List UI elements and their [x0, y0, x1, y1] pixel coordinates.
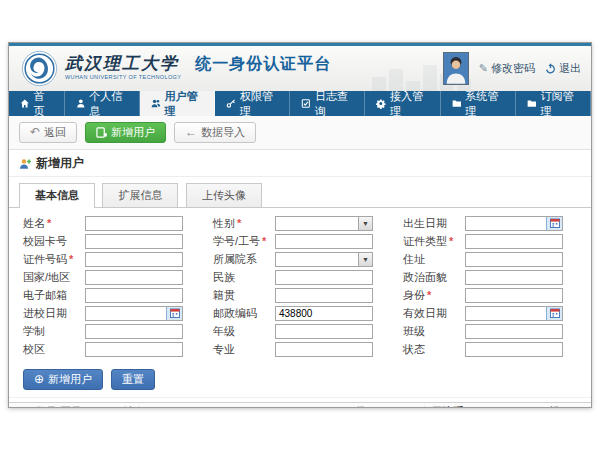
- gender-dropdown-button[interactable]: ▼: [358, 217, 372, 230]
- reset-button-label: 重置: [122, 373, 144, 386]
- users-icon: [151, 98, 161, 109]
- column-department: 所属院系: [420, 405, 549, 407]
- nav-tab-log-query[interactable]: 日志查询: [290, 91, 365, 116]
- form-field-gender: 性别*▼: [213, 215, 387, 231]
- email-input[interactable]: [86, 289, 182, 302]
- field-label-campus-card-no: 校园卡号: [23, 234, 85, 249]
- data-import-button[interactable]: ← 数据导入: [174, 122, 256, 143]
- field-label-name: 姓名*: [23, 216, 85, 231]
- major-input[interactable]: [276, 343, 372, 356]
- id-number-field-box: [85, 252, 183, 267]
- form-field-address: 住址: [403, 251, 577, 267]
- tab-extended-info[interactable]: 扩展信息: [102, 183, 178, 207]
- home-icon: [20, 98, 30, 109]
- gender-field-box: ▼: [275, 216, 373, 231]
- university-name: 武汉理工大学: [65, 53, 181, 73]
- field-label-native-place: 籍贯: [213, 288, 275, 303]
- form-field-id-type: 证件类型*: [403, 233, 577, 249]
- form-actions: ⊕ 新增用户 重置: [9, 363, 591, 398]
- department-field-box: ▼: [275, 252, 373, 267]
- gender-input[interactable]: [276, 217, 358, 230]
- column-identity: 身份: [344, 405, 420, 407]
- entry-date-field-box: [85, 306, 183, 321]
- toolbar: ↶ 返回 新增用户 ← 数据导入: [9, 116, 591, 150]
- field-label-student-id: 学号/工号*: [213, 234, 275, 249]
- native-place-input[interactable]: [276, 289, 372, 302]
- country-region-input[interactable]: [86, 271, 182, 284]
- submit-add-user-button[interactable]: ⊕ 新增用户: [23, 369, 103, 390]
- field-label-address: 住址: [403, 252, 465, 267]
- nav-tab-user-management[interactable]: 用户管理: [140, 91, 215, 116]
- country-region-field-box: [85, 270, 183, 285]
- nav-tab-access-management[interactable]: 接入管理: [365, 91, 440, 116]
- nav-tab-label: 首页: [34, 89, 53, 119]
- form-field-political-status: 政治面貌: [403, 269, 577, 285]
- field-label-gender: 性别*: [213, 216, 275, 231]
- political-status-input[interactable]: [466, 271, 562, 284]
- field-label-id-number: 证件号码*: [23, 252, 85, 267]
- form-field-postal-code: 邮政编码: [213, 305, 387, 321]
- birth-date-field-box: [465, 216, 563, 231]
- birth-date-calendar-button[interactable]: [546, 217, 562, 230]
- entry-date-input[interactable]: [86, 307, 166, 320]
- nav-tab-permission-management[interactable]: 权限管理: [215, 91, 290, 116]
- address-input[interactable]: [466, 253, 562, 266]
- id-type-input[interactable]: [466, 235, 562, 248]
- field-label-study-length: 学制: [23, 324, 85, 339]
- address-field-box: [465, 252, 563, 267]
- postal-code-input[interactable]: [276, 307, 372, 320]
- calendar-icon: [550, 308, 560, 318]
- tab-basic-info[interactable]: 基本信息: [19, 183, 95, 208]
- user-avatar[interactable]: [443, 52, 469, 85]
- id-number-input[interactable]: [86, 253, 182, 266]
- logout-link[interactable]: 退出: [545, 61, 581, 76]
- column-name: 姓名: [123, 405, 208, 407]
- department-input[interactable]: [276, 253, 358, 266]
- identity-input[interactable]: [466, 289, 562, 302]
- nav-tab-personal-info[interactable]: 个人信息: [65, 91, 140, 116]
- logout-label: 退出: [559, 61, 581, 76]
- nav-tab-label: 日志查询: [315, 89, 354, 119]
- nav-tab-system-management[interactable]: 系统管理: [441, 91, 516, 116]
- field-label-major: 专业: [213, 342, 275, 357]
- field-label-identity: 身份*: [403, 288, 465, 303]
- nav-tab-label: 订阅管理: [540, 89, 579, 119]
- field-label-entry-date: 进校日期: [23, 306, 85, 321]
- required-asterisk: *: [47, 217, 51, 229]
- add-user-toolbar-label: 新增用户: [111, 126, 155, 139]
- valid-date-input[interactable]: [466, 307, 546, 320]
- ethnicity-input[interactable]: [276, 271, 372, 284]
- name-input[interactable]: [86, 217, 182, 230]
- identity-field-box: [465, 288, 563, 303]
- required-asterisk: *: [427, 289, 431, 301]
- section-title: 新增用户: [36, 155, 84, 172]
- student-id-input[interactable]: [276, 235, 372, 248]
- nav-tab-home[interactable]: 首页: [9, 91, 65, 116]
- form-field-study-length: 学制: [23, 323, 197, 339]
- study-length-field-box: [85, 324, 183, 339]
- content-area: ↶ 返回 新增用户 ← 数据导入 新增用户 基本信息 扩展信息 上: [9, 116, 591, 407]
- form-field-student-id: 学号/工号*: [213, 233, 387, 249]
- birth-date-input[interactable]: [466, 217, 546, 230]
- class-input[interactable]: [466, 325, 562, 338]
- status-input[interactable]: [466, 343, 562, 356]
- form-tabs: 基本信息 扩展信息 上传头像: [9, 177, 591, 208]
- grade-input[interactable]: [276, 325, 372, 338]
- change-password-link[interactable]: ✎ 修改密码: [479, 61, 535, 76]
- major-field-box: [275, 342, 373, 357]
- valid-date-calendar-button[interactable]: [546, 307, 562, 320]
- campus-card-no-input[interactable]: [86, 235, 182, 248]
- reset-button[interactable]: 重置: [111, 369, 155, 390]
- field-label-birth-date: 出生日期: [403, 216, 465, 231]
- nav-tab-subscription-management[interactable]: 订阅管理: [516, 91, 591, 116]
- study-length-input[interactable]: [86, 325, 182, 338]
- add-user-toolbar-button[interactable]: 新增用户: [85, 122, 166, 143]
- campus-input[interactable]: [86, 343, 182, 356]
- entry-date-calendar-button[interactable]: [166, 307, 182, 320]
- back-button[interactable]: ↶ 返回: [19, 122, 77, 143]
- form-field-identity: 身份*: [403, 287, 577, 303]
- key-icon: [226, 98, 236, 109]
- form-field-class: 班级: [403, 323, 577, 339]
- tab-upload-avatar[interactable]: 上传头像: [186, 183, 262, 207]
- department-dropdown-button[interactable]: ▼: [358, 253, 372, 266]
